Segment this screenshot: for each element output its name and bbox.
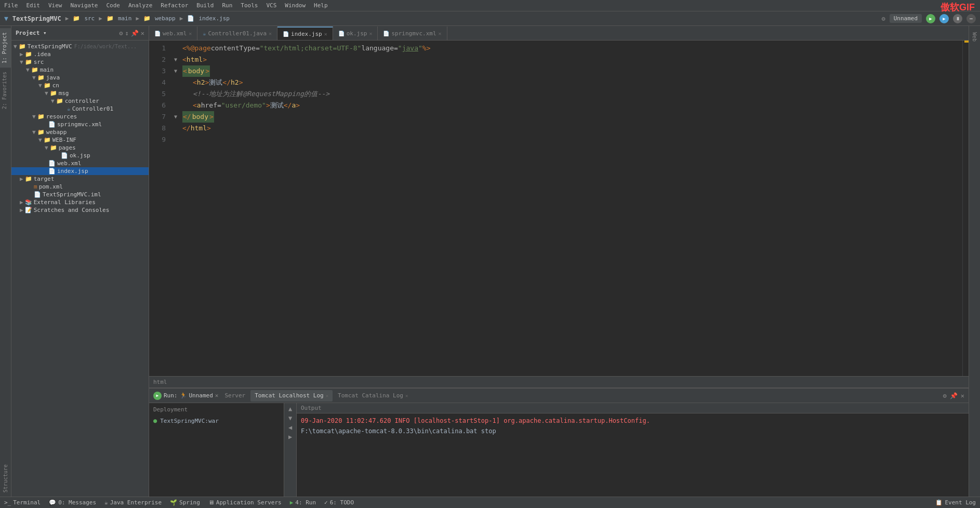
tree-label-index-jsp: index.jsp [57, 168, 88, 175]
tree-item-resources[interactable]: ▼ 📁 resources [11, 113, 149, 121]
menu-build[interactable]: Build [196, 2, 214, 9]
tree-item-index-jsp[interactable]: 📄 index.jsp [11, 167, 149, 175]
tab-close-ok-jsp[interactable]: ✕ [369, 31, 372, 36]
tree-item-pom-xml[interactable]: m pom.xml [11, 183, 149, 191]
run-button[interactable] [926, 14, 935, 23]
tree-item-web-inf[interactable]: ▼ 📁 WEB-INF [11, 136, 149, 144]
log-text-2: F:\tomcat\apache-tomcat-8.0.33\bin\catal… [301, 427, 496, 435]
tree-item-pages[interactable]: ▼ 📁 pages [11, 144, 149, 152]
menu-view[interactable]: View [48, 2, 62, 9]
tab-web-xml[interactable]: 📄 web.xml ✕ [149, 26, 197, 40]
side-tab-structure[interactable]: Structure [1, 460, 10, 497]
status-java-enterprise-label: Java Enterprise [110, 499, 162, 506]
menu-navigate[interactable]: Navigate [71, 2, 98, 9]
bottom-tab-tomcat-localhost[interactable]: Tomcat Localhost Log ✕ [250, 390, 333, 402]
menu-file[interactable]: File [4, 2, 18, 9]
menu-analyze[interactable]: Analyze [128, 2, 152, 9]
tab-ok-jsp[interactable]: 📄 ok.jsp ✕ [333, 26, 378, 40]
run-config-selector[interactable]: Unnamed [890, 14, 922, 23]
attr-val-href: "user/demo" [221, 100, 266, 111]
tree-item-ok-jsp[interactable]: 📄 ok.jsp [11, 152, 149, 159]
sidebar-icon-collapse[interactable]: ↕ [125, 30, 129, 37]
tree-item-controller01[interactable]: ☕ Controller01 [11, 105, 149, 113]
bottom-tab-server[interactable]: Server [220, 390, 249, 402]
tab-controller01[interactable]: ☕ Controller01.java ✕ [197, 26, 277, 40]
status-java-enterprise[interactable]: ☕ Java Enterprise [104, 499, 162, 506]
tree-label-controller: controller [65, 98, 99, 104]
bottom-tab-tomcat-catalina[interactable]: Tomcat Catalina Log ✕ [334, 390, 412, 402]
fold-arrow-7: ▼ [174, 111, 182, 123]
expand-icon-target: ▶ [20, 176, 23, 182]
panel-settings-icon[interactable]: ⚙ [943, 392, 947, 399]
sidebar-icon-pin[interactable]: 📌 [131, 30, 139, 37]
tree-item-controller[interactable]: ▼ 📁 controller [11, 97, 149, 105]
tree-label-iml: TextSpringMVC.iml [43, 191, 101, 198]
menu-run[interactable]: Run [222, 2, 232, 9]
tab-springmvc-xml[interactable]: 📄 springmvc.xml ✕ [378, 26, 447, 40]
tag-h2-close: h2 [231, 77, 239, 88]
scroll-right-icon[interactable]: ▶ [288, 433, 292, 440]
menu-tools[interactable]: Tools [241, 2, 258, 9]
sidebar-icon-settings[interactable]: ⚙ [119, 30, 123, 37]
tab-close-springmvc-xml[interactable]: ✕ [439, 31, 442, 36]
right-tab-web[interactable]: Web [970, 28, 979, 46]
run-play-button[interactable]: ▶ [153, 392, 162, 400]
tag-html: html [187, 54, 203, 65]
tree-item-idea[interactable]: ▶ 📁 .idea [11, 50, 149, 58]
tree-item-src[interactable]: ▼ 📁 src [11, 58, 149, 66]
status-spring[interactable]: 🌱 Spring [170, 499, 200, 506]
scroll-left-icon[interactable]: ◀ [288, 424, 292, 431]
tree-item-main[interactable]: ▼ 📁 main [11, 66, 149, 74]
panel-pin-icon[interactable]: 📌 [950, 392, 958, 399]
menu-help[interactable]: Help [314, 2, 328, 9]
tree-item-web-xml[interactable]: 📄 web.xml [11, 159, 149, 167]
more-button[interactable]: ⋯ [966, 14, 976, 23]
messages-icon: 💬 [49, 499, 56, 506]
code-editor[interactable]: 1 2 3 4 5 6 7 8 9 [149, 41, 969, 376]
scroll-up-icon[interactable]: ▲ [288, 405, 292, 412]
tab-close-index-jsp[interactable]: ✕ [324, 31, 327, 37]
side-tab-favorites[interactable]: 2: Favorites [0, 68, 11, 113]
run-close-icon[interactable]: ✕ [215, 392, 219, 399]
tree-item-webapp[interactable]: ▼ 📁 webapp [11, 128, 149, 136]
tree-item-springmvc-xml[interactable]: 📄 springmvc.xml [11, 121, 149, 128]
deploy-status-icon: ● [153, 417, 157, 424]
tree-item-java[interactable]: ▼ 📁 java [11, 74, 149, 82]
tree-item-target[interactable]: ▶ 📁 target [11, 175, 149, 183]
folder-icon-msg: 📁 [50, 90, 57, 97]
menu-edit[interactable]: Edit [27, 2, 41, 9]
tab-index-jsp[interactable]: 📄 index.jsp ✕ [277, 26, 333, 40]
status-messages[interactable]: 💬 0: Messages [49, 499, 96, 506]
sidebar-icon-close[interactable]: ✕ [141, 30, 144, 37]
project-sidebar: Project ▾ ⚙ ↕ 📌 ✕ ▼ 📁 TextSpringMVC F:/i… [11, 26, 149, 497]
menu-code[interactable]: Code [106, 2, 120, 9]
tree-item-root[interactable]: ▼ 📁 TextSpringMVC F:/idea/work/Text... [11, 43, 149, 50]
tab-close-controller01[interactable]: ✕ [269, 31, 272, 36]
debug-button[interactable]: ▶ [939, 14, 949, 23]
panel-close-icon[interactable]: ✕ [961, 392, 964, 399]
tree-item-iml[interactable]: 📄 TextSpringMVC.iml [11, 191, 149, 198]
code-line-3: ▼ < body > [174, 65, 958, 77]
bottom-tab-tomcat-catalina-close[interactable]: ✕ [405, 393, 408, 398]
side-tab-project[interactable]: 1: Project [0, 28, 11, 68]
status-application-servers[interactable]: 🖥 Application Servers [208, 499, 282, 506]
tree-item-msg[interactable]: ▼ 📁 msg [11, 89, 149, 97]
menu-window[interactable]: Window [285, 2, 306, 9]
tree-item-cn[interactable]: ▼ 📁 cn [11, 82, 149, 89]
scroll-down-icon[interactable]: ▼ [288, 415, 292, 422]
tree-item-external-libs[interactable]: ▶ 📚 External Libraries [11, 198, 149, 206]
sidebar-header: Project ▾ ⚙ ↕ 📌 ✕ [11, 26, 149, 41]
status-event-log[interactable]: 📋 Event Log [935, 499, 976, 506]
status-terminal[interactable]: >_ Terminal [4, 499, 41, 506]
status-run[interactable]: ▶ 4: Run [290, 499, 316, 506]
tree-item-scratches[interactable]: ▶ 📝 Scratches and Consoles [11, 206, 149, 214]
bottom-tab-tomcat-localhost-close[interactable]: ✕ [326, 393, 328, 398]
fold-arrow-2: ▼ [174, 54, 182, 65]
log-line-1: 09-Jan-2020 11:02:47.620 INFO [localhost… [301, 416, 964, 426]
menu-vcs[interactable]: VCS [266, 2, 276, 9]
stop-button[interactable]: ⏸ [953, 14, 962, 23]
expand-icon-cn: ▼ [38, 82, 42, 89]
status-todo[interactable]: ✓ 6: TODO [324, 499, 354, 506]
menu-refactor[interactable]: Refactor [161, 2, 188, 9]
tab-close-web-xml[interactable]: ✕ [189, 31, 192, 36]
